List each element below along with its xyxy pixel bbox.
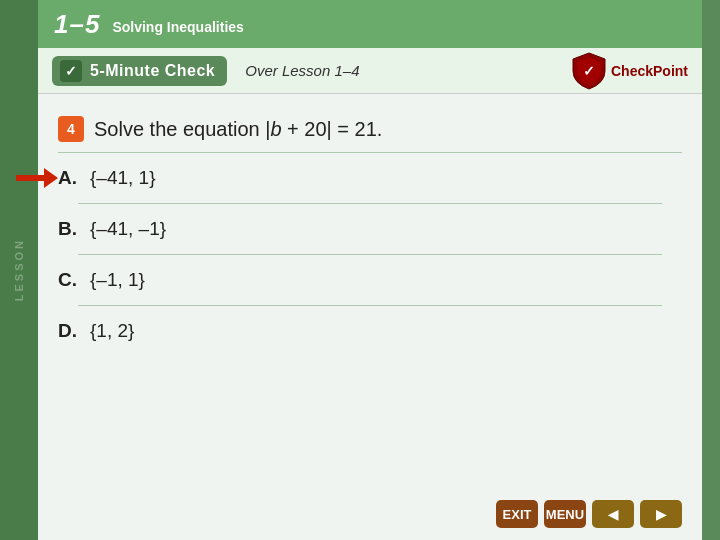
menu-button[interactable]: MENU bbox=[544, 500, 586, 528]
question-row: 4 Solve the equation |b + 20| = 21. bbox=[38, 94, 702, 152]
lesson-number: 1–5 bbox=[54, 9, 100, 40]
answer-value-c: {–1, 1} bbox=[90, 269, 145, 291]
answer-row-c[interactable]: C. {–1, 1} bbox=[58, 255, 682, 305]
badge-label: 5-Minute Check bbox=[90, 62, 215, 80]
main-content: 1–5 Solving Inequalities ✓ 5-Minute Chec… bbox=[38, 0, 702, 540]
sidebar-lesson-label: LESSON bbox=[13, 238, 25, 301]
top-header: 1–5 Solving Inequalities bbox=[38, 0, 702, 48]
svg-text:✓: ✓ bbox=[583, 63, 595, 79]
answer-letter-d: D. bbox=[58, 320, 86, 342]
checkpoint-shield-icon: ✓ bbox=[571, 51, 607, 91]
over-lesson-text: Over Lesson 1–4 bbox=[245, 62, 359, 79]
answer-row-b[interactable]: B. {–41, –1} bbox=[58, 204, 682, 254]
arrow-shaft bbox=[16, 175, 44, 181]
answer-letter-a: A. bbox=[58, 167, 86, 189]
checkpoint-logo: ✓ CheckPoint bbox=[571, 51, 688, 91]
arrow-head bbox=[44, 168, 58, 188]
lesson-title: Solving Inequalities bbox=[112, 19, 243, 35]
check-mark: ✓ bbox=[65, 63, 77, 79]
sidebar-left: LESSON bbox=[0, 0, 38, 540]
answer-value-a: {–41, 1} bbox=[90, 167, 156, 189]
answer-letter-b: B. bbox=[58, 218, 86, 240]
bottom-nav: EXIT MENU ◀ ▶ bbox=[496, 500, 682, 528]
prev-button[interactable]: ◀ bbox=[592, 500, 634, 528]
sidebar-right bbox=[702, 0, 720, 540]
answer-value-b: {–41, –1} bbox=[90, 218, 166, 240]
answer-value-d: {1, 2} bbox=[90, 320, 134, 342]
question-number-badge: 4 bbox=[58, 116, 84, 142]
check-bar: ✓ 5-Minute Check Over Lesson 1–4 ✓ Check… bbox=[38, 48, 702, 94]
answer-row-a[interactable]: A. {–41, 1} bbox=[58, 153, 682, 203]
answer-letter-c: C. bbox=[58, 269, 86, 291]
check-icon: ✓ bbox=[60, 60, 82, 82]
answer-row-d[interactable]: D. {1, 2} bbox=[58, 306, 682, 356]
next-button[interactable]: ▶ bbox=[640, 500, 682, 528]
exit-button[interactable]: EXIT bbox=[496, 500, 538, 528]
selected-arrow bbox=[16, 168, 58, 188]
question-text: Solve the equation |b + 20| = 21. bbox=[94, 118, 382, 141]
checkpoint-text: CheckPoint bbox=[611, 63, 688, 79]
five-minute-badge: ✓ 5-Minute Check bbox=[52, 56, 227, 86]
answer-section: A. {–41, 1} B. {–41, –1} C. {–1, 1} D. {… bbox=[38, 153, 702, 356]
